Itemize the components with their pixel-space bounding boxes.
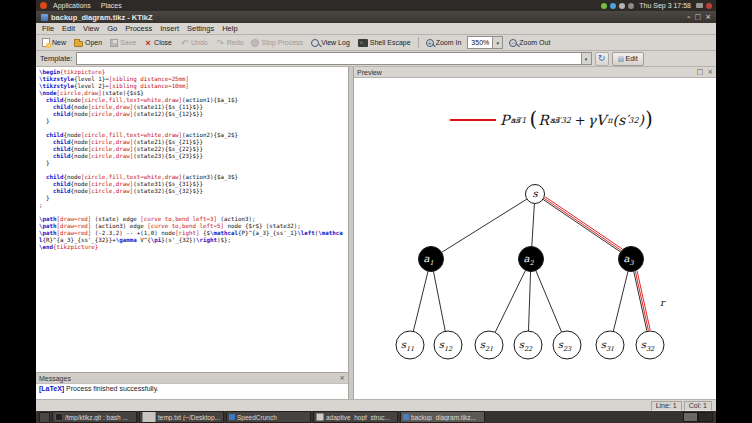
workspace-1[interactable] (683, 412, 698, 422)
zoomout-icon: − (509, 39, 517, 47)
code-line: } (39, 195, 345, 202)
formula-close-paren: ) (645, 107, 653, 131)
template-row: Template: ▾ ↻ Edit (36, 51, 716, 67)
code-line: child{node[circle,draw](state23){$s_{23}… (39, 153, 345, 160)
zoom-out-button[interactable]: −Zoom Out (506, 38, 553, 48)
open-button[interactable]: Open (71, 37, 105, 48)
taskbar-window-4[interactable]: backup_diagram.tikz... (400, 411, 485, 423)
stop-process-button: Stop Process (248, 38, 306, 48)
zoomin-icon: + (426, 39, 434, 47)
code-line: ; (39, 202, 345, 209)
menu-help[interactable]: Help (218, 24, 241, 33)
formula-arg-sub: 32 (628, 116, 638, 125)
formula-arg-close: ) (639, 112, 644, 128)
bluetooth-icon[interactable] (610, 3, 616, 9)
code-line: } (39, 118, 345, 125)
menubar: FileEditViewGoProcessInsertSettingsHelp (36, 23, 716, 35)
menu-file[interactable]: File (38, 24, 58, 33)
zoom-level-combo[interactable]: 350%▾ (467, 36, 503, 49)
edit-template-button[interactable]: Edit (612, 52, 644, 66)
chevron-down-icon[interactable]: ▾ (492, 37, 502, 48)
tree-edge-s-a3 (543, 199, 621, 252)
taskbar-window-label: adaptive_hopf_struc... (326, 414, 390, 421)
code-line: child{node[circle,draw](state31){$s_{31}… (39, 181, 345, 188)
messages-close-icon[interactable]: × (339, 375, 345, 382)
formula-v-sup: π (607, 116, 612, 125)
formula-p: P (500, 112, 509, 128)
new-button[interactable]: New (39, 37, 69, 48)
tree-edge-a2-s21 (495, 270, 525, 332)
chevron-down-icon[interactable]: ▾ (581, 53, 591, 64)
window-title: backup_diagram.tikz - KTikZ (51, 13, 153, 22)
taskbar-window-label: backup_diagram.tikz... (411, 414, 476, 421)
tree-edge-a3-s31 (613, 271, 628, 331)
preview-pane: Preview □ × sa1a2a3s11s12s21s22s23s31s32… (354, 67, 716, 399)
formula-p-sub: ss′1 (511, 116, 526, 125)
menu-go[interactable]: Go (103, 24, 121, 33)
messages-body: [LaTeX] Process finished successfully. (36, 383, 348, 399)
toolbar: NewOpenSave×Close↶Undo↷RedoStop ProcessV… (36, 35, 716, 51)
taskbar-window-2[interactable]: SpeedCrunch (226, 411, 311, 423)
red-edge-a3-s32-1 (637, 271, 650, 330)
menu-edit[interactable]: Edit (58, 24, 79, 33)
tree-edge-s-a1 (442, 199, 527, 252)
menu-insert[interactable]: Insert (156, 24, 183, 33)
taskbar-window-0[interactable]: /tmp/ktikz.git : bash ... (52, 411, 137, 423)
menu-process[interactable]: Process (121, 24, 156, 33)
show-desktop-button[interactable] (39, 412, 50, 423)
menu-view[interactable]: View (79, 24, 103, 33)
template-combo[interactable]: ▾ (76, 52, 592, 65)
message-tag: [LaTeX] (39, 385, 64, 392)
close-icon: × (144, 39, 152, 47)
menu-settings[interactable]: Settings (183, 24, 218, 33)
taskbar-window-3[interactable]: adaptive_hopf_struc... (313, 411, 398, 423)
tree-edge-a2-s23 (536, 271, 562, 333)
battery-icon[interactable] (696, 3, 703, 8)
minimize-icon[interactable]: – (687, 13, 691, 21)
red-line (450, 119, 496, 121)
reward-label: r (660, 297, 666, 308)
messaging-indicator-icon[interactable] (601, 3, 607, 9)
view-log-button[interactable]: View Log (308, 38, 353, 48)
applications-menu[interactable]: Applications (49, 2, 95, 9)
toolbar-label: Zoom In (436, 39, 462, 46)
close-icon[interactable]: × (705, 13, 711, 21)
clock[interactable]: Thu Sep 3 17:58 (637, 2, 693, 9)
terminal-icon (55, 413, 63, 421)
top-panel: Applications Places Thu Sep 3 17:58 (36, 0, 716, 11)
places-menu[interactable]: Places (97, 2, 126, 9)
code-line: child{node[circle,fill,text=white,draw](… (39, 97, 345, 104)
toolbar-label: View Log (321, 39, 350, 46)
reload-template-button[interactable]: ↻ (595, 52, 609, 66)
panel-menus: Applications Places (40, 2, 126, 9)
formula-gamma-v: γV (588, 112, 606, 128)
editor-icon (142, 411, 156, 423)
taskbar-window-1[interactable]: temp.txt (~/Desktop... (139, 411, 224, 423)
tree-edge-a1-s12 (433, 271, 445, 331)
power-icon[interactable] (706, 3, 712, 9)
taskbar-window-label: temp.txt (~/Desktop... (158, 414, 220, 421)
formula-open-paren: ( (529, 107, 537, 131)
code-line (39, 167, 345, 174)
code-line: \node[circle,draw](state){$s$} (39, 90, 345, 97)
titlebar[interactable]: backup_diagram.tikz - KTikZ – □ × (36, 11, 716, 23)
ktikz-app-icon (41, 14, 48, 21)
code-line: \begin{tikzpicture} (39, 69, 345, 76)
zoom-in-button[interactable]: +Zoom In (423, 38, 465, 48)
system-tray: Thu Sep 3 17:58 (601, 2, 712, 9)
detach-preview-icon[interactable]: □ (697, 68, 704, 76)
shell-escape-button[interactable]: >_Shell Escape (355, 38, 414, 48)
network-icon[interactable] (619, 3, 625, 9)
preview-header: Preview □ × (354, 67, 716, 78)
distributor-logo-icon[interactable] (40, 2, 47, 9)
red-edge-s-a3-1 (545, 197, 622, 249)
close-button[interactable]: ×Close (141, 38, 175, 48)
close-preview-icon[interactable]: × (707, 68, 713, 76)
volume-icon[interactable] (628, 3, 634, 9)
maximize-icon[interactable]: □ (695, 13, 702, 21)
toolbar-label: Close (154, 39, 172, 46)
workspace-2[interactable] (698, 412, 713, 422)
code-editor[interactable]: \begin{tikzpicture}\tikzstyle{level 1}=[… (36, 67, 348, 372)
shell-icon: >_ (358, 39, 368, 47)
preview-canvas: sa1a2a3s11s12s21s22s23s31s32r Pa3ss′1 ( … (354, 78, 716, 399)
